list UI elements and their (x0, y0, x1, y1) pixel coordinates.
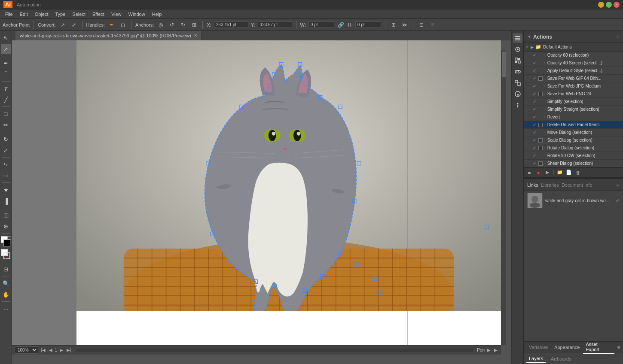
action-item-8[interactable]: ✓ › Revert (524, 113, 623, 121)
nav-next[interactable]: ▶ (59, 348, 64, 352)
zoom-select[interactable]: 100%50%200% (15, 346, 38, 354)
zoom-tool[interactable]: 🔍 (1, 278, 11, 288)
handles-btn2[interactable]: ◻ (119, 21, 127, 29)
nav-first[interactable]: |◀ (40, 348, 46, 352)
scale-tool[interactable]: ⤢ (1, 145, 11, 155)
checkbox-5[interactable] (538, 92, 543, 96)
checkbox-14[interactable] (538, 161, 543, 166)
nav-btn-right[interactable]: ▶ (493, 348, 498, 352)
more-btn[interactable]: ≫ (400, 21, 409, 29)
blend-tool[interactable]: ⋯ (1, 170, 11, 181)
links-panel-menu[interactable]: ≡ (616, 182, 620, 188)
artboard-tool[interactable]: ⊟ (1, 264, 11, 274)
panel-icon-artboards[interactable] (513, 78, 522, 88)
type-tool[interactable]: T (1, 83, 11, 94)
nav-prev[interactable]: ◀ (48, 348, 53, 352)
line-tool[interactable]: ╱ (1, 94, 11, 105)
links-panel-header[interactable]: Links Libraries Document Info ≡ (524, 179, 623, 191)
document-info-tab[interactable]: Document Info (562, 182, 592, 188)
pen-tool[interactable]: ✒ (1, 58, 11, 68)
column-tool[interactable]: ▐ (1, 196, 11, 206)
more-tools[interactable]: ··· (1, 303, 11, 314)
rotate-btn2[interactable]: ↻ (179, 21, 187, 29)
action-item-12[interactable]: ✓ › Rotate Dialog (selection) (524, 144, 623, 152)
grid-btn[interactable]: ⊞ (190, 21, 199, 29)
arrange-btn[interactable]: ⊟ (417, 21, 426, 29)
curvature-tool[interactable]: ⌒ (1, 69, 11, 79)
rect-tool[interactable]: □ (1, 109, 11, 119)
handles-btn1[interactable]: ✒ (107, 21, 116, 29)
appearance-tab[interactable]: Appearance (552, 344, 582, 351)
warp-tool[interactable]: ⤷ (1, 159, 11, 170)
scroll-track[interactable] (76, 349, 473, 352)
action-item-13[interactable]: ✓ › Rotate 90 CW (selection) (524, 152, 623, 160)
selection-tool[interactable]: ↖ (1, 33, 11, 43)
bottom-panel-menu[interactable]: ≡ (617, 344, 620, 351)
background-color[interactable] (3, 240, 10, 246)
convert-btn2[interactable]: ⤢ (70, 21, 78, 29)
action-item-10[interactable]: ✓ › Move Dialog (selection) (524, 129, 623, 136)
options-btn[interactable]: ≡ (428, 21, 437, 29)
menu-object[interactable]: Object (31, 11, 52, 18)
w-input[interactable] (308, 21, 334, 28)
menu-edit[interactable]: Edit (16, 11, 31, 18)
action-item-4[interactable]: ✓ › Save For Web JPG Medium (524, 82, 623, 90)
menu-window[interactable]: Window (125, 11, 149, 18)
actions-panel-menu[interactable]: ≡ (616, 33, 620, 40)
action-item-2[interactable]: ✓ › Apply Default Style (select...) (524, 67, 623, 75)
menu-type[interactable]: Type (52, 11, 69, 18)
action-item-6[interactable]: ✓ › Simplify (selection) (524, 98, 623, 106)
action-item-5[interactable]: ✓ › Save For Web PNG 24 (524, 90, 623, 98)
eyedropper-tool[interactable]: ⊕ (1, 221, 11, 231)
panel-icon-library[interactable] (513, 56, 522, 65)
panel-icon-symbols[interactable]: ★ (513, 89, 522, 99)
x-input[interactable] (214, 21, 248, 28)
gradient-tool[interactable]: ◫ (1, 210, 11, 220)
action-record-btn[interactable]: ● (534, 169, 542, 176)
links-tab[interactable]: Links (527, 182, 538, 188)
close-button[interactable]: × (614, 2, 620, 8)
action-new-btn[interactable]: 📄 (565, 169, 573, 176)
align-btn[interactable]: ⊞ (389, 21, 398, 29)
action-stop-btn[interactable]: ■ (525, 169, 533, 176)
color-swatch[interactable] (1, 236, 11, 246)
document-tab-active[interactable]: white-and-gray-cat-in-brown-woven-basket… (15, 31, 202, 40)
menu-file[interactable]: File (2, 11, 16, 18)
actions-panel-header[interactable]: ▼ Actions ≡ (524, 31, 623, 43)
action-item-1[interactable]: ✓ › Opacity 40 Screen (selecti...) (524, 59, 623, 67)
panel-icon-appearance[interactable] (513, 45, 522, 54)
nav-last[interactable]: ▶| (66, 348, 72, 352)
action-item-11[interactable]: ✓ › Scale Dialog (selection) (524, 136, 623, 144)
constrain-btn[interactable]: 🔗 (337, 21, 345, 29)
panel-icon-layers[interactable] (513, 33, 522, 43)
action-item-delete-unused[interactable]: ✓ › Delete Unused Panel Items (524, 121, 623, 129)
stroke-icon[interactable] (3, 252, 10, 259)
hand-tool[interactable]: ✋ (1, 289, 11, 300)
menu-view[interactable]: View (108, 11, 125, 18)
rotate-tool[interactable]: ↻ (1, 134, 11, 144)
action-group-default[interactable]: ✓ ▶ 📁 Default Actions (524, 43, 623, 52)
artboards-tab[interactable]: Artboards (548, 355, 574, 362)
maximize-button[interactable]: □ (606, 2, 612, 8)
play-btn[interactable]: ▶ (486, 348, 492, 352)
convert-btn1[interactable]: ↗ (58, 21, 67, 29)
checkbox-9[interactable] (538, 123, 543, 127)
action-item-3[interactable]: ✓ › Save For Web GIF 64 Dith... (524, 75, 623, 82)
menu-select[interactable]: Select (69, 11, 89, 18)
scrollbar-thumb-v[interactable] (502, 52, 506, 77)
variables-tab[interactable]: Variables (526, 344, 551, 351)
tab-close-button[interactable]: ✕ (194, 33, 197, 38)
panel-icon-more[interactable] (513, 100, 522, 110)
layers-tab[interactable]: Layers (526, 355, 546, 363)
menu-effect[interactable]: Effect (89, 11, 108, 18)
checkbox-11[interactable] (538, 138, 543, 143)
symbol-tool[interactable]: ★ (1, 185, 11, 195)
h-input[interactable] (355, 21, 381, 28)
asset-export-tab[interactable]: Asset Export (583, 341, 614, 354)
pencil-tool[interactable]: ✏ (1, 120, 11, 130)
anchors-btn[interactable]: ◎ (156, 21, 165, 29)
action-new-set-btn[interactable]: 📁 (556, 169, 564, 176)
checkbox-12[interactable] (538, 146, 543, 150)
menu-help[interactable]: Help (149, 11, 165, 18)
action-item-14[interactable]: ✓ › Shear Dialog (selection) (524, 160, 623, 167)
